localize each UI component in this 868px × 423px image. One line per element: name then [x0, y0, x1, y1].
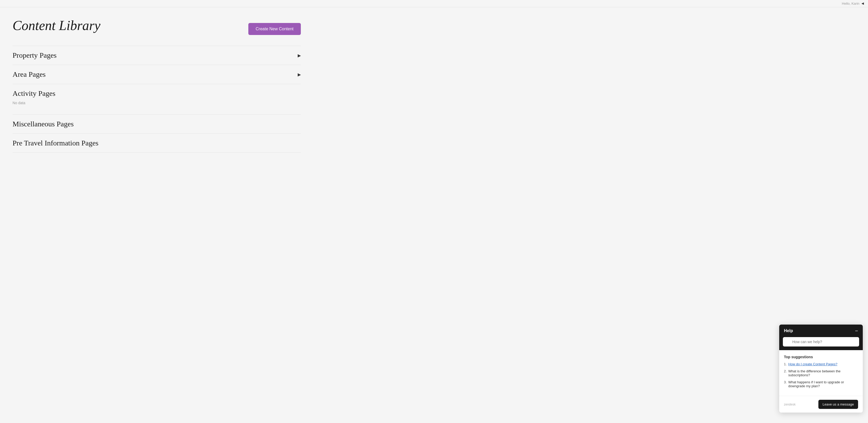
miscellaneous-pages-label: Miscellaneous Pages — [12, 120, 74, 128]
help-widget: Help − 🔍 Top suggestions 1. How do I cre… — [779, 325, 863, 413]
help-footer: zendesk Leave us a message — [779, 396, 863, 413]
property-pages-label: Property Pages — [12, 51, 57, 60]
suggestion-item-2: 2. What is the difference between the su… — [784, 369, 858, 377]
property-pages-row[interactable]: Property Pages ▶ — [12, 46, 301, 65]
suggestion-link-1[interactable]: How do I create Content Pages? — [788, 362, 837, 366]
pre-travel-pages-row[interactable]: Pre Travel Information Pages — [12, 134, 301, 153]
suggestions-list: 1. How do I create Content Pages? 2. Wha… — [784, 362, 858, 388]
help-header: Help − — [779, 325, 863, 337]
leave-message-button[interactable]: Leave us a message — [818, 400, 858, 409]
pre-travel-pages-label: Pre Travel Information Pages — [12, 139, 98, 147]
suggestion-item-1: 1. How do I create Content Pages? — [784, 362, 858, 366]
help-search-area: 🔍 — [779, 337, 863, 350]
zendesk-label: zendesk — [784, 403, 796, 406]
help-search-wrapper: 🔍 — [783, 337, 859, 346]
main-content: Content Library Create New Content Prope… — [0, 7, 313, 163]
miscellaneous-pages-row[interactable]: Miscellaneous Pages — [12, 115, 301, 134]
area-pages-row[interactable]: Area Pages ▶ — [12, 65, 301, 84]
top-suggestions-label: Top suggestions — [784, 355, 858, 359]
help-minimize-button[interactable]: − — [855, 328, 858, 333]
help-title: Help — [784, 329, 793, 333]
suggestion-text-2: What is the difference between the subsc… — [788, 369, 858, 377]
suggestion-item-3: 3. What happens if I want to upgrade or … — [784, 380, 858, 388]
suggestion-num-3: 3. — [784, 380, 787, 388]
help-search-input[interactable] — [783, 337, 859, 346]
property-pages-arrow-icon: ▶ — [298, 53, 301, 58]
create-new-content-button[interactable]: Create New Content — [248, 23, 301, 35]
help-body: Top suggestions 1. How do I create Conte… — [779, 350, 863, 396]
suggestion-num-1: 1. — [784, 362, 787, 366]
create-button-wrapper: Create New Content — [248, 23, 301, 35]
greeting-text: Hello, Karin — [842, 2, 859, 5]
activity-pages-no-data: No data — [12, 99, 25, 109]
area-pages-arrow-icon: ▶ — [298, 72, 301, 77]
activity-pages-row[interactable]: Activity Pages No data — [12, 84, 301, 115]
sections-list: Property Pages ▶ Area Pages ▶ Activity P… — [12, 46, 301, 153]
suggestion-num-2: 2. — [784, 369, 787, 377]
topbar-arrow-icon[interactable]: ◀ — [862, 2, 864, 5]
activity-pages-label: Activity Pages — [12, 89, 55, 98]
area-pages-label: Area Pages — [12, 70, 46, 79]
suggestion-text-3: What happens if I want to upgrade or dow… — [788, 380, 858, 388]
top-bar: Hello, Karin ◀ — [0, 0, 868, 7]
